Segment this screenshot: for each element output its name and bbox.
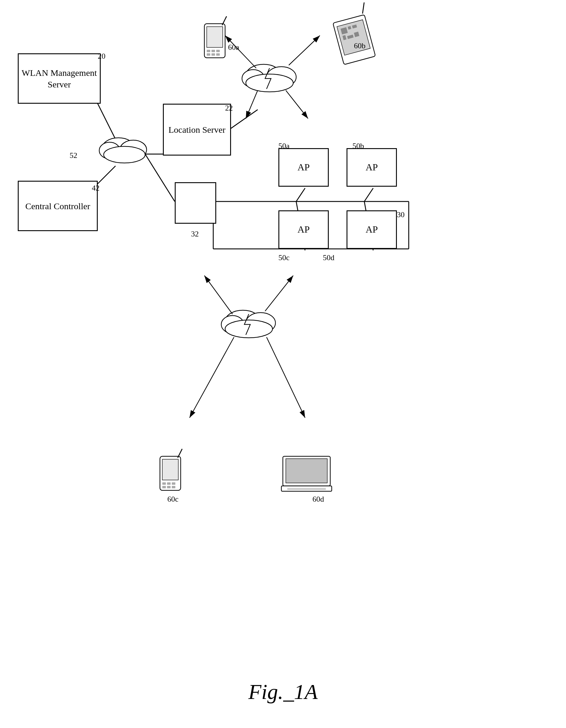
svg-line-42 xyxy=(222,16,227,25)
label-50c: 50c xyxy=(279,253,290,262)
svg-line-6 xyxy=(364,188,373,201)
svg-point-28 xyxy=(225,320,273,338)
label-50b: 50b xyxy=(352,142,364,151)
svg-line-12 xyxy=(228,110,258,130)
svg-point-14 xyxy=(120,140,147,159)
central-controller-box: Central Controller xyxy=(18,181,98,231)
svg-rect-46 xyxy=(340,27,348,34)
svg-rect-58 xyxy=(167,486,171,488)
label-60d: 60d xyxy=(312,495,324,504)
svg-rect-37 xyxy=(212,50,215,52)
label-42: 42 xyxy=(92,184,100,193)
svg-rect-50 xyxy=(347,35,354,39)
svg-rect-47 xyxy=(348,26,351,30)
svg-rect-59 xyxy=(172,486,175,488)
device-60b xyxy=(330,2,378,65)
label-30: 30 xyxy=(397,210,404,219)
label-50a: 50a xyxy=(279,142,290,151)
ap-50a-box: AP xyxy=(279,148,329,187)
svg-rect-43 xyxy=(333,15,375,65)
label-50d: 50d xyxy=(323,253,334,262)
ap-50c-box: AP xyxy=(279,210,329,249)
figure-label: Fig._1A xyxy=(249,680,318,704)
svg-point-25 xyxy=(225,310,261,333)
svg-point-15 xyxy=(99,142,120,159)
label-52: 52 xyxy=(70,151,77,160)
svg-rect-40 xyxy=(212,53,215,56)
svg-line-24 xyxy=(286,90,308,119)
label-60a: 60a xyxy=(228,43,239,52)
svg-rect-41 xyxy=(216,53,220,56)
device-60a xyxy=(204,16,227,58)
label-60b: 60b xyxy=(354,41,365,50)
svg-point-19 xyxy=(242,70,265,87)
ap-50d-box: AP xyxy=(346,210,397,249)
svg-rect-38 xyxy=(216,50,220,52)
svg-point-27 xyxy=(221,316,244,333)
wlan-mgmt-box: WLAN Management Server xyxy=(18,53,101,104)
svg-rect-53 xyxy=(162,459,178,480)
svg-rect-48 xyxy=(352,25,357,29)
label-22: 22 xyxy=(225,104,233,113)
svg-point-18 xyxy=(267,67,296,87)
ap-50b-box: AP xyxy=(346,148,397,187)
label-32: 32 xyxy=(191,230,199,239)
label-20: 20 xyxy=(98,52,106,61)
svg-point-17 xyxy=(246,64,282,87)
location-server-box: Location Server xyxy=(163,104,231,156)
svg-line-30 xyxy=(265,276,293,311)
svg-rect-49 xyxy=(342,35,346,40)
svg-line-32 xyxy=(267,337,305,418)
svg-rect-52 xyxy=(160,456,181,490)
svg-rect-55 xyxy=(167,482,171,485)
svg-rect-35 xyxy=(207,27,223,47)
svg-line-3 xyxy=(145,154,175,201)
svg-rect-36 xyxy=(207,50,210,52)
svg-point-20 xyxy=(246,74,293,92)
svg-point-13 xyxy=(102,138,135,159)
svg-rect-56 xyxy=(172,482,175,485)
svg-line-23 xyxy=(246,90,258,119)
label-60c: 60c xyxy=(167,495,179,504)
svg-rect-63 xyxy=(282,486,332,491)
svg-line-45 xyxy=(360,2,367,14)
svg-point-26 xyxy=(246,313,276,333)
svg-line-31 xyxy=(190,337,234,418)
svg-line-5 xyxy=(296,188,305,201)
svg-rect-54 xyxy=(162,482,166,485)
device-60c xyxy=(160,449,182,490)
svg-rect-62 xyxy=(286,459,327,483)
switch-32-box xyxy=(175,182,216,224)
svg-point-16 xyxy=(104,146,145,163)
svg-line-29 xyxy=(204,276,233,314)
diagram: WLAN Management Server Location Server C… xyxy=(0,0,566,652)
svg-line-60 xyxy=(178,449,182,458)
svg-rect-61 xyxy=(283,456,330,486)
svg-rect-57 xyxy=(162,486,166,488)
device-60d xyxy=(282,456,332,491)
svg-rect-34 xyxy=(204,24,225,58)
svg-rect-51 xyxy=(354,32,359,37)
svg-rect-39 xyxy=(207,53,210,56)
svg-line-22 xyxy=(289,36,320,65)
svg-line-21 xyxy=(225,36,256,68)
